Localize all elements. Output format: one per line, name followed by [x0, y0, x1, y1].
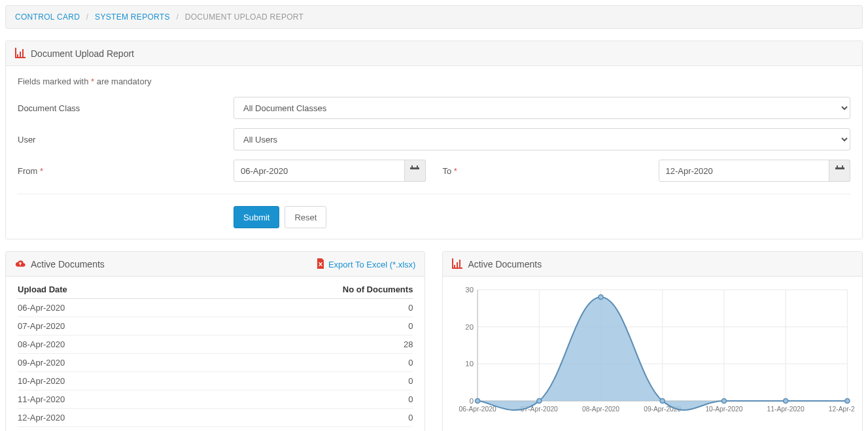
- mandatory-help-text: Fields marked with * are mandatory: [18, 77, 850, 86]
- svg-text:08-Apr-2020: 08-Apr-2020: [582, 405, 619, 413]
- document-class-select[interactable]: All Document Classes: [234, 97, 850, 119]
- table-panel-title: Active Documents: [31, 259, 105, 269]
- svg-point-30: [722, 399, 727, 404]
- filter-panel-title: Document Upload Report: [31, 48, 134, 59]
- table-row: 08-Apr-202028: [18, 336, 413, 354]
- cell-count: 0: [181, 354, 413, 372]
- svg-text:20: 20: [466, 323, 474, 331]
- cell-date: 08-Apr-2020: [18, 336, 181, 354]
- user-select[interactable]: All Users: [234, 128, 850, 150]
- export-excel-label: Export To Excel (*.xlsx): [328, 260, 415, 269]
- cell-count: 0: [181, 390, 413, 409]
- cell-date: 07-Apr-2020: [18, 317, 181, 336]
- export-excel-link[interactable]: Export To Excel (*.xlsx): [315, 258, 415, 269]
- filter-panel: Document Upload Report Fields marked wit…: [5, 41, 863, 239]
- active-documents-chart: 010203006-Apr-202007-Apr-202008-Apr-2020…: [451, 283, 854, 421]
- breadcrumb-sep: /: [86, 12, 89, 22]
- cell-date: 09-Apr-2020: [18, 354, 181, 372]
- bar-chart-icon: [15, 48, 26, 59]
- excel-file-icon: [315, 260, 328, 269]
- col-header-count: No of Documents: [181, 281, 413, 299]
- document-class-row: Document Class All Document Classes: [18, 97, 850, 119]
- user-label: User: [18, 135, 234, 145]
- table-row: 09-Apr-20200: [18, 354, 413, 372]
- from-label-text: From: [18, 166, 40, 176]
- table-row: 10-Apr-20200: [18, 372, 413, 390]
- cell-date: 11-Apr-2020: [18, 390, 181, 409]
- table-row: 07-Apr-20200: [18, 317, 413, 336]
- svg-text:11-Apr-2020: 11-Apr-2020: [767, 405, 805, 413]
- svg-rect-0: [410, 169, 419, 175]
- user-row: User All Users: [18, 128, 850, 150]
- cell-count: 0: [181, 299, 413, 317]
- svg-text:06-Apr-2020: 06-Apr-2020: [459, 405, 496, 413]
- svg-point-28: [599, 295, 603, 300]
- col-header-date: Upload Date: [18, 281, 181, 299]
- reset-button[interactable]: Reset: [285, 206, 326, 228]
- chart-panel-header: Active Documents: [443, 252, 862, 277]
- help-pre: Fields marked with: [18, 77, 91, 86]
- breadcrumb-link-control-card[interactable]: CONTROL CARD: [15, 12, 80, 22]
- cell-count: 0: [181, 317, 413, 336]
- table-row: 12-Apr-20200: [18, 409, 413, 427]
- breadcrumb-sep: /: [176, 12, 179, 22]
- from-date-picker-button[interactable]: [405, 160, 426, 182]
- svg-text:10-Apr-2020: 10-Apr-2020: [706, 405, 743, 413]
- to-date-block: To *: [443, 160, 851, 182]
- breadcrumb-current: DOCUMENT UPLOAD REPORT: [185, 12, 304, 22]
- active-documents-chart-panel: Active Documents 010203006-Apr-202007-Ap…: [442, 251, 863, 431]
- svg-text:10: 10: [466, 360, 474, 368]
- to-date-picker-button[interactable]: [829, 160, 850, 182]
- cloud-upload-icon: [15, 258, 26, 269]
- from-label: From *: [18, 166, 234, 176]
- to-date-input[interactable]: [659, 160, 830, 182]
- table-panel-header: Active Documents Export To Excel (*.xlsx…: [6, 252, 425, 277]
- to-label: To *: [443, 166, 659, 176]
- submit-button[interactable]: Submit: [234, 206, 279, 228]
- cell-date: 06-Apr-2020: [18, 299, 181, 317]
- active-documents-table-panel: Active Documents Export To Excel (*.xlsx…: [5, 251, 425, 431]
- svg-rect-1: [835, 169, 844, 175]
- bar-chart-icon: [452, 258, 462, 269]
- document-class-label: Document Class: [18, 103, 234, 113]
- calendar-icon: [835, 165, 845, 177]
- cell-date: 10-Apr-2020: [18, 372, 181, 390]
- svg-point-29: [661, 399, 665, 404]
- breadcrumb-link-system-reports[interactable]: SYSTEM REPORTS: [95, 12, 170, 22]
- svg-text:0: 0: [470, 397, 474, 405]
- svg-point-27: [537, 399, 542, 404]
- calendar-icon: [409, 165, 420, 177]
- svg-point-26: [476, 399, 480, 404]
- chart-panel-title: Active Documents: [468, 259, 542, 269]
- filter-panel-header: Document Upload Report: [6, 41, 862, 66]
- from-date-block: From *: [18, 160, 426, 182]
- svg-point-32: [845, 399, 850, 404]
- table-row: 11-Apr-20200: [18, 390, 413, 409]
- svg-text:12-Apr-2020: 12-Apr-2020: [829, 405, 854, 413]
- dates-row: From * To *: [18, 160, 850, 182]
- cell-count: 0: [181, 372, 413, 390]
- svg-text:30: 30: [466, 286, 474, 294]
- cell-count: 0: [181, 409, 413, 427]
- to-label-text: To: [443, 166, 454, 176]
- breadcrumb: CONTROL CARD / SYSTEM REPORTS / DOCUMENT…: [5, 5, 863, 29]
- cell-date: 12-Apr-2020: [18, 409, 181, 427]
- active-documents-table: Upload Date No of Documents 06-Apr-20200…: [18, 281, 413, 427]
- form-buttons: Submit Reset: [234, 206, 850, 228]
- svg-point-31: [784, 399, 788, 404]
- table-row: 06-Apr-20200: [18, 299, 413, 317]
- from-date-input[interactable]: [234, 160, 405, 182]
- cell-count: 28: [181, 336, 413, 354]
- help-post: are mandatory: [94, 77, 151, 86]
